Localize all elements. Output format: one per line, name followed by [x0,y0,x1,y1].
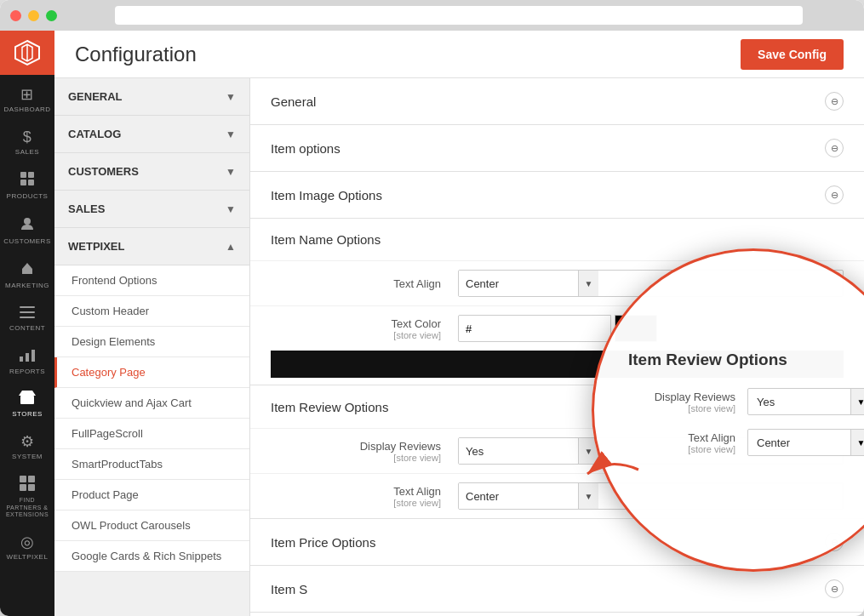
config-section-item-review: Item Review Options ⊖ Display Reviews [s… [250,385,864,519]
sidebar-item-design-elements[interactable]: Design Elements [54,327,249,357]
sidebar-item-quickview-ajax[interactable]: Quickview and Ajax Cart [54,388,249,419]
sidebar-item-find-partners[interactable]: FIND PARTNERS & EXTENSIONS [0,467,54,525]
save-config-button[interactable]: Save Config [741,39,844,70]
close-button[interactable] [10,10,21,21]
sidebar-item-google-cards[interactable]: Google Cards & Rich Snippets [54,541,249,572]
sales-icon: $ [23,129,32,145]
sidebar-item-label: CONTENT [9,324,45,333]
sidebar-item-label: PRODUCTS [7,192,49,201]
sidebar-item-system[interactable]: ⚙ SYSTEM [0,425,54,468]
svg-rect-8 [20,356,23,362]
sidebar-item-fullpagescroll[interactable]: FullPageScroll [54,419,249,449]
main-content: Configuration Save Config GENERAL ▼ CATA… [54,31,864,616]
customers-icon [20,216,35,234]
svg-rect-15 [20,484,26,491]
text-color-input[interactable] [458,315,611,342]
sidebar-item-label: SYSTEM [12,453,43,461]
svg-rect-0 [20,172,26,178]
config-row-display-reviews: Display Reviews [store view] Yes No ▼ [250,428,864,473]
sidebar-item-category-page[interactable]: Category Page [54,357,249,388]
review-text-align-select[interactable]: Center Left Right [459,483,578,509]
svg-rect-16 [28,484,35,491]
address-bar[interactable] [115,6,803,25]
sidebar-item-stores[interactable]: STORES [0,382,54,425]
sidebar-item-marketing[interactable]: MARKETING [0,252,54,297]
chevron-down-icon: ▼ [226,203,236,215]
sidebar-item-frontend-options[interactable]: Frontend Options [54,265,249,296]
sidebar-item-label: DASHBOARD [3,106,50,114]
marketing-icon [20,260,35,278]
svg-rect-9 [26,353,29,362]
sidebar-section-wetpixel[interactable]: WETPIXEL ▲ [54,228,249,265]
sidebar-item-label: MARKETING [5,282,49,290]
config-section-title: Item Price Options [271,535,375,550]
sidebar-item-customers[interactable]: CUSTOMERS [0,208,54,253]
color-swatch [615,315,657,342]
chevron-up-icon: ▲ [226,241,236,253]
maximize-button[interactable] [46,10,57,21]
sidebar-item-label: STORES [12,410,43,419]
config-section-header-toolbar[interactable]: Toolbar ⊖ [250,613,864,616]
sidebar-item-label: REPORTS [9,368,45,376]
sidebar-item-products[interactable]: PRODUCTS [0,163,54,208]
sidebar-item-label: FIND PARTNERS & EXTENSIONS [3,497,51,518]
app-layout: ⊞ DASHBOARD $ SALES PRODUCTS [0,31,864,616]
sidebar-item-product-page[interactable]: Product Page [54,480,249,510]
svg-point-4 [24,218,31,225]
config-section-header-item-review[interactable]: Item Review Options ⊖ [250,385,864,428]
display-reviews-value: Yes No ▼ [458,437,844,465]
sidebar-section-sales[interactable]: SALES ▼ [54,191,249,228]
sidebar-item-owl-carousels[interactable]: OWL Product Carousels [54,510,249,541]
sidebar-item-reports[interactable]: REPORTS [0,339,54,383]
config-section-header-item-price[interactable]: Item Price Options ⊖ [250,519,864,565]
svg-rect-10 [31,350,35,362]
config-section-header-item-image[interactable]: Item Image Options ⊖ [250,172,864,218]
top-bar: Configuration Save Config [54,31,864,78]
dashboard-icon: ⊞ [20,87,34,102]
sidebar-section-catalog[interactable]: CATALOG ▼ [54,116,249,153]
config-section-title: Item Image Options [271,188,382,202]
products-icon [20,171,35,189]
svg-rect-6 [20,311,35,313]
sidebar-item-weltpixel[interactable]: ◎ WELTPIXEL [0,526,54,568]
config-section-item-price: Item Price Options ⊖ [250,519,864,566]
expand-icon: ⊖ [825,92,844,111]
config-section-header-general[interactable]: General ⊖ [250,78,864,124]
sidebar-item-smartproducttabs[interactable]: SmartProductTabs [54,449,249,480]
config-section-toolbar: Toolbar ⊖ [250,613,864,616]
left-nav: ⊞ DASHBOARD $ SALES PRODUCTS [0,31,54,616]
sidebar-item-content[interactable]: CONTENT [0,297,54,339]
minimize-button[interactable] [28,10,39,21]
sidebar-item-sales[interactable]: $ SALES [0,121,54,163]
svg-rect-7 [20,317,35,318]
config-section-header-item-options[interactable]: Item options ⊖ [250,125,864,171]
expand-icon: ⊖ [825,533,844,551]
reports-icon [20,348,35,364]
svg-rect-14 [28,476,35,482]
chevron-down-icon: ▼ [226,91,236,103]
browser-titlebar [0,0,864,31]
select-arrow-icon: ▼ [578,438,598,464]
svg-rect-12 [25,398,30,404]
svg-rect-3 [28,180,34,185]
page-title: Configuration [75,43,197,66]
expand-icon: ⊖ [825,579,844,598]
chevron-down-icon: ▼ [226,128,236,140]
sidebar-item-dashboard[interactable]: ⊞ DASHBOARD [0,78,54,121]
text-color-input-wrap [458,315,657,342]
sidebar-section-general[interactable]: GENERAL ▼ [54,78,249,116]
display-reviews-select-wrapper: Yes No ▼ [458,437,844,465]
config-row-review-text-align: Text Align [store view] Center Left Righ… [250,473,864,518]
text-align-select[interactable]: Center Left Right [459,271,578,296]
expand-icon: ⊖ [833,399,844,414]
sidebar-section-customers[interactable]: CUSTOMERS ▼ [54,153,249,191]
color-black-bar [271,351,844,378]
config-section-header-item-s[interactable]: Item S ⊖ [250,566,864,612]
config-section-general: General ⊖ [250,78,864,125]
text-color-label: Text Color [store view] [271,317,458,340]
config-section-header-item-name[interactable]: Item Name Options [250,219,864,260]
sidebar-item-custom-header[interactable]: Custom Header [54,296,249,327]
config-section-title: Item Name Options [271,232,381,247]
sidebar-section-label: SALES [68,202,105,215]
display-reviews-select[interactable]: Yes No [459,438,578,464]
